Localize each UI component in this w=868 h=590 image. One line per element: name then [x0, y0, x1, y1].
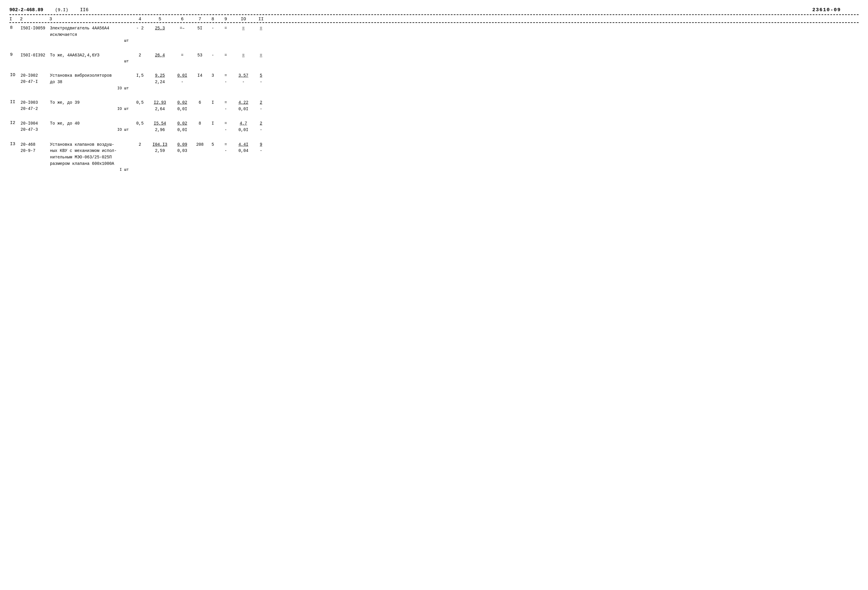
- row-col6: =–: [172, 25, 193, 32]
- row-col8: 3: [207, 72, 219, 79]
- col-header-7: 7: [193, 17, 207, 22]
- row-desc: Установка клапанов воздуш- ных КВУ с мех…: [49, 142, 132, 173]
- row-col10: 4,4I0,04: [233, 142, 254, 154]
- row-code: 20-I004 20-47-3: [20, 121, 49, 133]
- table-row: I220-I004 20-47-3То же, до 40 IO шт0,5I5…: [9, 121, 859, 133]
- table-row: IO20-I002 20-47-IУстановка виброизолятор…: [9, 72, 859, 91]
- col-header-2: 2: [20, 17, 49, 22]
- row-desc: То же, до 39 IO шт: [49, 100, 132, 112]
- col-header-3: 3: [49, 17, 132, 22]
- row-col11: 5-: [254, 72, 268, 85]
- row-col7: I4: [193, 72, 207, 79]
- table-body: 8I50I-I0059Электродвигатель 4АА56А4 искл…: [9, 25, 859, 173]
- col-header-8: 8: [207, 17, 219, 22]
- row-col10: 3,57-: [233, 72, 254, 85]
- row-col11: =: [254, 52, 268, 59]
- row-col7: 8: [193, 121, 207, 127]
- row-col9: =-: [219, 121, 233, 133]
- header-right: 23610-09: [812, 7, 841, 13]
- row-desc: То же, 4АА63А2,4,6УЗ шт: [49, 52, 132, 65]
- row-col8: 5: [207, 142, 219, 148]
- row-col5: 25,3: [148, 25, 172, 32]
- row-code: I50I-I0059: [20, 25, 49, 31]
- table-row: II20-I003 20-47-2То же, до 39 IO шт0,5I2…: [9, 100, 859, 112]
- row-col4: 2: [132, 142, 148, 148]
- row-col9: =-: [219, 72, 233, 85]
- row-col10: 4,70,0I: [233, 121, 254, 133]
- row-col11: 2-: [254, 100, 268, 112]
- row-col4: 0,5: [132, 100, 148, 106]
- column-headers: I 2 3 4 5 6 7 8 9 IO II: [9, 15, 859, 22]
- row-id: II: [9, 100, 20, 105]
- table-row: 9I50I-0I392То же, 4АА63А2,4,6УЗ шт226,4=…: [9, 52, 859, 65]
- table-row: 8I50I-I0059Электродвигатель 4АА56А4 искл…: [9, 25, 859, 44]
- row-col5: 9,252,24: [148, 72, 172, 85]
- row-col9: =-: [219, 142, 233, 154]
- row-col5: I2,932,64: [148, 100, 172, 112]
- row-col6: 0,0I-: [172, 72, 193, 85]
- row-id: I2: [9, 121, 20, 125]
- row-code: 20-468 20-9-7: [20, 142, 49, 154]
- header-mid: II6: [80, 7, 89, 13]
- table-row: I320-468 20-9-7Установка клапанов воздуш…: [9, 142, 859, 173]
- row-col4: 2: [132, 52, 148, 59]
- col-header-10: IO: [233, 17, 254, 22]
- divider-col: [9, 22, 859, 23]
- row-col8: -: [207, 25, 219, 32]
- header: 902-2-468.89 (9.I) II6 23610-09: [9, 7, 859, 13]
- row-col7: 6: [193, 100, 207, 106]
- row-col9: =-: [219, 100, 233, 112]
- col-header-11: II: [254, 17, 268, 22]
- row-id: I3: [9, 142, 20, 147]
- row-col6: 0,020,0I: [172, 100, 193, 112]
- row-desc: Электродвигатель 4АА56А4 исключается шт: [49, 25, 132, 44]
- row-col8: -: [207, 52, 219, 59]
- row-col11: 2-: [254, 121, 268, 133]
- col-header-9: 9: [219, 17, 233, 22]
- row-desc: Установка виброизоляторов до 38 IO шт: [49, 72, 132, 91]
- row-col5: 26,4: [148, 52, 172, 59]
- row-col10: 4,220,0I: [233, 100, 254, 112]
- row-col6: 0,020,0I: [172, 121, 193, 133]
- row-col11: 9-: [254, 142, 268, 154]
- col-header-5: 5: [148, 17, 172, 22]
- row-col9: =: [219, 25, 233, 32]
- row-code: 20-I003 20-47-2: [20, 100, 49, 112]
- row-id: 8: [9, 25, 20, 30]
- row-col10: =: [233, 52, 254, 59]
- row-col6: =: [172, 52, 193, 59]
- header-parens: (9.I): [55, 7, 68, 13]
- row-code: 20-I002 20-47-I: [20, 72, 49, 85]
- row-col9: =: [219, 52, 233, 59]
- row-col4: I,5: [132, 72, 148, 79]
- row-col4: 0,5: [132, 121, 148, 127]
- row-col11: =: [254, 25, 268, 32]
- row-col5: I5,542,96: [148, 121, 172, 133]
- row-col7: 5I: [193, 25, 207, 32]
- col-header-6: 6: [172, 17, 193, 22]
- row-col4: - 2: [132, 25, 148, 32]
- row-id: IO: [9, 72, 20, 78]
- row-col8: I: [207, 100, 219, 106]
- row-col7: 208: [193, 142, 207, 148]
- row-col7: 53: [193, 52, 207, 59]
- row-col10: =: [233, 25, 254, 32]
- row-id: 9: [9, 52, 20, 57]
- row-col8: I: [207, 121, 219, 127]
- row-desc: То же, до 40 IO шт: [49, 121, 132, 133]
- row-code: I50I-0I392: [20, 52, 49, 59]
- doc-number: 902-2-468.89: [9, 7, 43, 13]
- col-header-1: I: [9, 17, 20, 22]
- col-header-4: 4: [132, 17, 148, 22]
- row-col6: 0,090,03: [172, 142, 193, 154]
- row-col5: I04,I32,59: [148, 142, 172, 154]
